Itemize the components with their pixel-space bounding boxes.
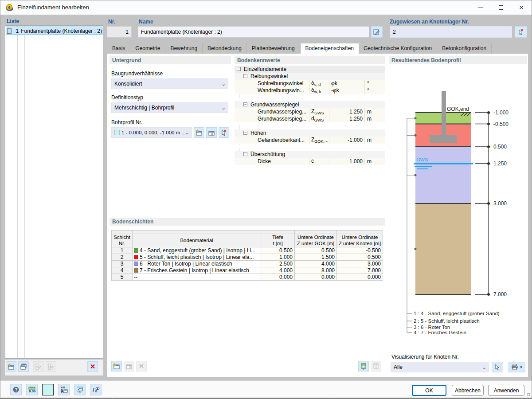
- baugrund-dropdown[interactable]: Konsolidiert⌄: [111, 78, 228, 89]
- tree-group-hoehen[interactable]: −Höhen: [235, 129, 385, 137]
- material-cell[interactable]: 5 - Schluff, leicht plastisch | Isotrop …: [133, 254, 261, 261]
- collapse-icon[interactable]: −: [243, 152, 247, 156]
- param-value[interactable]: 1.250: [329, 108, 364, 115]
- tab-bodeneigenschaften[interactable]: Bodeneigenschaften: [300, 43, 359, 54]
- collapse-icon[interactable]: −: [237, 67, 241, 71]
- tree-row-gok[interactable]: Geländeroberkant... ZGOK,··· -1.000 m: [235, 137, 385, 144]
- tiefe-cell[interactable]: 0.500: [261, 247, 295, 254]
- tree-row-gws-z[interactable]: Grundwasserspieg... ZGWS 1.250 m: [235, 108, 385, 115]
- list-label: Liste: [7, 18, 19, 24]
- assigned-field[interactable]: 2: [390, 26, 512, 38]
- col-bodenmaterial[interactable]: Bodenmaterial: [133, 234, 261, 247]
- tiefe-cell[interactable]: 4.000: [261, 267, 295, 274]
- bohrprofil-new-button[interactable]: ★: [194, 127, 204, 138]
- knoten-cell[interactable]: -0.500: [337, 247, 383, 254]
- svg-text:6: 6: [8, 5, 11, 10]
- list-copy-button[interactable]: [18, 361, 29, 372]
- bodenschichten-table[interactable]: SchichtNr. Bodenmaterial Tiefet [m] Unte…: [111, 230, 383, 281]
- color-swatch-button[interactable]: [42, 384, 54, 395]
- units-settings-button[interactable]: 0.00: [26, 384, 38, 395]
- param-value[interactable]: -φk: [329, 87, 364, 94]
- collapse-icon[interactable]: −: [243, 131, 247, 135]
- tree-row-sohlreibungswinkel[interactable]: Sohlreibungswinkel δs, d φk °: [235, 80, 385, 87]
- param-value[interactable]: φk: [329, 80, 364, 87]
- visualisierung-dropdown[interactable]: Alle⌄: [391, 362, 489, 372]
- param-value[interactable]: -1.000: [329, 137, 364, 144]
- material-cell[interactable]: 4 - Sand, enggestuft (grober Sand) | Iso…: [133, 247, 261, 254]
- list-delete-button[interactable]: ✕: [87, 361, 98, 372]
- table-export-button[interactable]: [358, 361, 369, 372]
- bohrprofil-edit-button[interactable]: [206, 127, 217, 138]
- assigned-pick-button[interactable]: ✕: [515, 26, 527, 38]
- tree-group-grundwasserspiegel[interactable]: −Grundwasserspiegel: [235, 101, 385, 108]
- col-tiefe[interactable]: Tiefet [m]: [261, 234, 295, 247]
- list-box[interactable]: 1 Fundamentplatte (Knotenlager : 2): [5, 25, 103, 359]
- bodenkennwerte-header: Bodenkennwerte: [235, 56, 385, 64]
- gok-cell[interactable]: 4.000: [295, 261, 337, 267]
- knoten-cell[interactable]: 0.000: [337, 274, 383, 281]
- gok-cell[interactable]: 0.500: [295, 247, 337, 254]
- material-cell[interactable]: 7 - Frisches Gestein | Isotrop | Linear …: [133, 267, 261, 274]
- knoten-cell[interactable]: 0.500: [337, 254, 383, 261]
- visualisierung-pick-button[interactable]: [492, 362, 503, 372]
- col-schicht[interactable]: SchichtNr.: [112, 234, 133, 247]
- tree-group-reibungswinkel[interactable]: −Reibungswinkel: [235, 73, 385, 80]
- minimize-button[interactable]: —: [470, 0, 491, 15]
- bohrprofil-dropdown[interactable]: 1 - 0.000, 0.000, -1.000 m ... ⌄: [111, 127, 192, 138]
- name-field[interactable]: Fundamentplatte (Knotenlager : 2): [138, 26, 369, 38]
- tab-plattenbewehrung[interactable]: Plattenbewehrung: [247, 43, 300, 54]
- gok-cell[interactable]: 1.500: [295, 254, 337, 261]
- knoten-cell[interactable]: 3.000: [337, 261, 383, 267]
- display-properties-button[interactable]: A: [58, 384, 70, 395]
- list-new-button[interactable]: ★: [6, 361, 16, 372]
- table-row[interactable]: 5 -- 0.000 0.000 0.000: [112, 274, 383, 281]
- formula-button[interactable]: fx: [90, 384, 102, 395]
- tiefe-cell[interactable]: 0.000: [261, 274, 295, 281]
- layer-new-button[interactable]: ★: [111, 361, 122, 372]
- tree-row-root[interactable]: −Einzelfundamente: [235, 66, 385, 73]
- tree-row-dicke[interactable]: Dicke c 1.000 m: [235, 158, 385, 165]
- col-knoten[interactable]: Untere OrdinateZ unter Knoten [m]: [337, 234, 383, 247]
- material-cell[interactable]: 6 - Roter Ton | Isotrop | Linear elastis…: [133, 261, 261, 267]
- tab-geometrie[interactable]: Geometrie: [130, 43, 165, 54]
- tree-group-ueberschuettung[interactable]: −Überschüttung: [235, 151, 385, 158]
- collapse-icon[interactable]: −: [243, 102, 247, 106]
- tiefe-cell[interactable]: 2.500: [261, 261, 295, 267]
- param-name: Wandreibungswin...: [235, 87, 309, 94]
- col-gok[interactable]: Untere OrdinateZ unter GOK [m]: [295, 234, 337, 247]
- table-row[interactable]: 2 5 - Schluff, leicht plastisch | Isotro…: [112, 254, 383, 261]
- gok-cell[interactable]: 8.000: [295, 267, 337, 274]
- material-cell[interactable]: --: [133, 274, 261, 281]
- apply-to-view-button[interactable]: [74, 384, 86, 395]
- tree-row-wandreibungswinkel[interactable]: Wandreibungswin... δw, k -φk °: [235, 87, 385, 94]
- list-item-selected[interactable]: 1 Fundamentplatte (Knotenlager : 2): [6, 27, 102, 35]
- table-row[interactable]: 1 4 - Sand, enggestuft (grober Sand) | I…: [112, 247, 383, 254]
- param-value[interactable]: 1.000: [329, 158, 364, 165]
- tab-geotechnische-konfiguration[interactable]: Geotechnische Konfiguration: [359, 43, 437, 54]
- ok-button[interactable]: OK: [412, 385, 446, 396]
- tab-betonkonfiguration[interactable]: Betonkonfiguration: [437, 43, 492, 54]
- resize-grip[interactable]: [527, 393, 530, 396]
- tiefe-cell[interactable]: 1.000: [261, 254, 295, 261]
- knoten-cell[interactable]: 7.000: [337, 267, 383, 274]
- param-value[interactable]: 1.250: [329, 115, 364, 122]
- tab-betondeckung[interactable]: Betondeckung: [203, 43, 247, 54]
- close-button[interactable]: ✕: [511, 0, 532, 15]
- title-bar: 6 Einzelfundament bearbeiten — ✕: [0, 0, 532, 15]
- table-row[interactable]: 4 7 - Frisches Gestein | Isotrop | Linea…: [112, 267, 383, 274]
- maximize-button[interactable]: [491, 0, 511, 15]
- name-edit-button[interactable]: [371, 26, 383, 38]
- tab-bewehrung[interactable]: Bewehrung: [165, 43, 203, 54]
- apply-button[interactable]: Anwenden: [488, 385, 524, 396]
- cancel-button[interactable]: Abbrechen: [452, 385, 484, 396]
- bodenprofil-header: Resultierendes Bodenprofil: [389, 56, 527, 64]
- gok-cell[interactable]: 0.000: [295, 274, 337, 281]
- definitionstyp-dropdown[interactable]: Mehrschichtig | Bohrprofil⌄: [111, 102, 228, 113]
- tab-basis[interactable]: Basis: [107, 43, 130, 54]
- help-button[interactable]: ?: [10, 384, 22, 395]
- table-row[interactable]: 3 6 - Roter Ton | Isotrop | Linear elast…: [112, 261, 383, 267]
- tree-row-gws-d[interactable]: Grundwasserspieg... dGWS 1.250 m: [235, 115, 385, 122]
- bohrprofil-pick-button[interactable]: ✕: [219, 127, 229, 138]
- print-button[interactable]: ▼: [509, 362, 525, 372]
- collapse-icon[interactable]: −: [243, 74, 247, 78]
